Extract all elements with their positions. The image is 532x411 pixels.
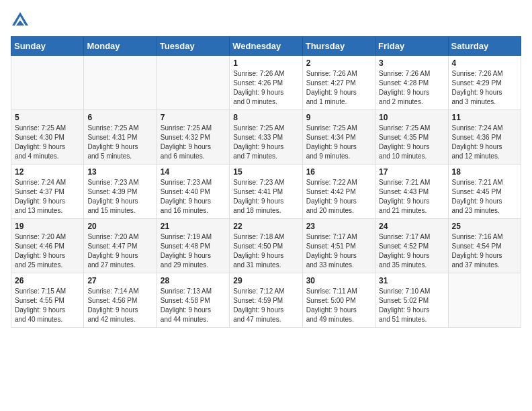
day-info: Sunrise: 7:17 AM Sunset: 4:51 PM Dayligh… — [306, 233, 357, 269]
day-header-thursday: Thursday — [302, 37, 375, 56]
day-cell-10: 10Sunrise: 7:25 AM Sunset: 4:35 PM Dayli… — [375, 110, 448, 165]
day-number: 23 — [306, 222, 371, 231]
day-info: Sunrise: 7:24 AM Sunset: 4:36 PM Dayligh… — [452, 124, 503, 160]
day-number: 15 — [233, 167, 298, 177]
day-info: Sunrise: 7:24 AM Sunset: 4:37 PM Dayligh… — [15, 179, 66, 214]
day-info: Sunrise: 7:18 AM Sunset: 4:50 PM Dayligh… — [233, 233, 284, 269]
day-number: 10 — [379, 113, 444, 122]
day-number: 21 — [161, 222, 226, 231]
day-cell-2: 2Sunrise: 7:26 AM Sunset: 4:27 PM Daylig… — [302, 56, 375, 110]
day-cell-1: 1Sunrise: 7:26 AM Sunset: 4:26 PM Daylig… — [230, 56, 302, 110]
week-row-4: 19Sunrise: 7:20 AM Sunset: 4:46 PM Dayli… — [11, 219, 521, 273]
day-number: 12 — [15, 167, 80, 177]
day-number: 19 — [15, 222, 80, 231]
day-info: Sunrise: 7:21 AM Sunset: 4:45 PM Dayligh… — [452, 179, 503, 214]
day-info: Sunrise: 7:13 AM Sunset: 4:58 PM Dayligh… — [161, 287, 212, 323]
day-info: Sunrise: 7:22 AM Sunset: 4:42 PM Dayligh… — [306, 179, 357, 214]
day-info: Sunrise: 7:20 AM Sunset: 4:46 PM Dayligh… — [15, 233, 66, 269]
day-info: Sunrise: 7:11 AM Sunset: 5:00 PM Dayligh… — [306, 287, 357, 323]
day-number: 18 — [452, 167, 517, 177]
day-info: Sunrise: 7:23 AM Sunset: 4:39 PM Dayligh… — [87, 179, 138, 214]
day-cell-16: 16Sunrise: 7:22 AM Sunset: 4:42 PM Dayli… — [302, 165, 375, 219]
empty-cell — [11, 56, 84, 110]
week-row-5: 26Sunrise: 7:15 AM Sunset: 4:55 PM Dayli… — [11, 273, 521, 328]
week-row-2: 5Sunrise: 7:25 AM Sunset: 4:30 PM Daylig… — [11, 110, 521, 165]
day-info: Sunrise: 7:19 AM Sunset: 4:48 PM Dayligh… — [161, 233, 212, 269]
page-header — [11, 11, 521, 30]
day-info: Sunrise: 7:17 AM Sunset: 4:52 PM Dayligh… — [379, 233, 430, 269]
day-info: Sunrise: 7:10 AM Sunset: 5:02 PM Dayligh… — [379, 287, 430, 323]
day-cell-12: 12Sunrise: 7:24 AM Sunset: 4:37 PM Dayli… — [11, 165, 84, 219]
day-info: Sunrise: 7:25 AM Sunset: 4:35 PM Dayligh… — [379, 124, 430, 160]
day-cell-3: 3Sunrise: 7:26 AM Sunset: 4:28 PM Daylig… — [375, 56, 448, 110]
day-number: 9 — [306, 113, 371, 122]
day-cell-21: 21Sunrise: 7:19 AM Sunset: 4:48 PM Dayli… — [157, 219, 229, 273]
calendar-table: SundayMondayTuesdayWednesdayThursdayFrid… — [11, 36, 521, 328]
day-info: Sunrise: 7:14 AM Sunset: 4:56 PM Dayligh… — [87, 287, 138, 323]
day-info: Sunrise: 7:25 AM Sunset: 4:30 PM Dayligh… — [15, 124, 66, 160]
day-cell-25: 25Sunrise: 7:16 AM Sunset: 4:54 PM Dayli… — [448, 219, 521, 273]
day-number: 5 — [15, 113, 80, 122]
day-number: 26 — [15, 276, 80, 285]
day-number: 8 — [233, 113, 298, 122]
empty-cell — [157, 56, 229, 110]
day-number: 7 — [161, 113, 226, 122]
day-cell-6: 6Sunrise: 7:25 AM Sunset: 4:31 PM Daylig… — [84, 110, 157, 165]
logo-icon — [11, 11, 30, 30]
day-cell-26: 26Sunrise: 7:15 AM Sunset: 4:55 PM Dayli… — [11, 273, 84, 328]
day-info: Sunrise: 7:25 AM Sunset: 4:34 PM Dayligh… — [306, 124, 357, 160]
day-info: Sunrise: 7:12 AM Sunset: 4:59 PM Dayligh… — [233, 287, 284, 323]
day-cell-22: 22Sunrise: 7:18 AM Sunset: 4:50 PM Dayli… — [230, 219, 302, 273]
day-number: 31 — [379, 276, 444, 285]
day-info: Sunrise: 7:26 AM Sunset: 4:26 PM Dayligh… — [233, 70, 284, 105]
day-number: 25 — [452, 222, 517, 231]
day-number: 24 — [379, 222, 444, 231]
calendar-body: 1Sunrise: 7:26 AM Sunset: 4:26 PM Daylig… — [11, 56, 521, 328]
day-header-wednesday: Wednesday — [230, 37, 302, 56]
day-header-friday: Friday — [375, 37, 448, 56]
day-cell-4: 4Sunrise: 7:26 AM Sunset: 4:29 PM Daylig… — [448, 56, 521, 110]
day-cell-23: 23Sunrise: 7:17 AM Sunset: 4:51 PM Dayli… — [302, 219, 375, 273]
day-number: 22 — [233, 222, 298, 231]
day-cell-31: 31Sunrise: 7:10 AM Sunset: 5:02 PM Dayli… — [375, 273, 448, 328]
day-info: Sunrise: 7:26 AM Sunset: 4:28 PM Dayligh… — [379, 70, 430, 105]
day-cell-14: 14Sunrise: 7:23 AM Sunset: 4:40 PM Dayli… — [157, 165, 229, 219]
day-cell-24: 24Sunrise: 7:17 AM Sunset: 4:52 PM Dayli… — [375, 219, 448, 273]
day-header-saturday: Saturday — [448, 37, 521, 56]
day-number: 16 — [306, 167, 371, 177]
day-cell-11: 11Sunrise: 7:24 AM Sunset: 4:36 PM Dayli… — [448, 110, 521, 165]
day-cell-8: 8Sunrise: 7:25 AM Sunset: 4:33 PM Daylig… — [230, 110, 302, 165]
days-of-week-row: SundayMondayTuesdayWednesdayThursdayFrid… — [11, 37, 521, 56]
empty-cell — [84, 56, 157, 110]
day-number: 1 — [233, 58, 298, 68]
day-cell-5: 5Sunrise: 7:25 AM Sunset: 4:30 PM Daylig… — [11, 110, 84, 165]
day-cell-18: 18Sunrise: 7:21 AM Sunset: 4:45 PM Dayli… — [448, 165, 521, 219]
day-header-sunday: Sunday — [11, 37, 84, 56]
day-number: 6 — [87, 113, 152, 122]
day-cell-15: 15Sunrise: 7:23 AM Sunset: 4:41 PM Dayli… — [230, 165, 302, 219]
day-cell-29: 29Sunrise: 7:12 AM Sunset: 4:59 PM Dayli… — [230, 273, 302, 328]
calendar-header: SundayMondayTuesdayWednesdayThursdayFrid… — [11, 37, 521, 56]
day-info: Sunrise: 7:21 AM Sunset: 4:43 PM Dayligh… — [379, 179, 430, 214]
day-header-monday: Monday — [84, 37, 157, 56]
day-info: Sunrise: 7:25 AM Sunset: 4:32 PM Dayligh… — [161, 124, 212, 160]
day-number: 13 — [87, 167, 152, 177]
day-number: 27 — [87, 276, 152, 285]
day-number: 17 — [379, 167, 444, 177]
week-row-1: 1Sunrise: 7:26 AM Sunset: 4:26 PM Daylig… — [11, 56, 521, 110]
day-info: Sunrise: 7:26 AM Sunset: 4:29 PM Dayligh… — [452, 70, 503, 105]
day-number: 2 — [306, 58, 371, 68]
day-cell-27: 27Sunrise: 7:14 AM Sunset: 4:56 PM Dayli… — [84, 273, 157, 328]
week-row-3: 12Sunrise: 7:24 AM Sunset: 4:37 PM Dayli… — [11, 165, 521, 219]
day-cell-20: 20Sunrise: 7:20 AM Sunset: 4:47 PM Dayli… — [84, 219, 157, 273]
day-cell-17: 17Sunrise: 7:21 AM Sunset: 4:43 PM Dayli… — [375, 165, 448, 219]
day-cell-9: 9Sunrise: 7:25 AM Sunset: 4:34 PM Daylig… — [302, 110, 375, 165]
day-number: 3 — [379, 58, 444, 68]
day-cell-30: 30Sunrise: 7:11 AM Sunset: 5:00 PM Dayli… — [302, 273, 375, 328]
day-number: 4 — [452, 58, 517, 68]
empty-cell — [448, 273, 521, 328]
day-cell-13: 13Sunrise: 7:23 AM Sunset: 4:39 PM Dayli… — [84, 165, 157, 219]
day-cell-7: 7Sunrise: 7:25 AM Sunset: 4:32 PM Daylig… — [157, 110, 229, 165]
day-info: Sunrise: 7:25 AM Sunset: 4:31 PM Dayligh… — [87, 124, 138, 160]
day-info: Sunrise: 7:25 AM Sunset: 4:33 PM Dayligh… — [233, 124, 284, 160]
